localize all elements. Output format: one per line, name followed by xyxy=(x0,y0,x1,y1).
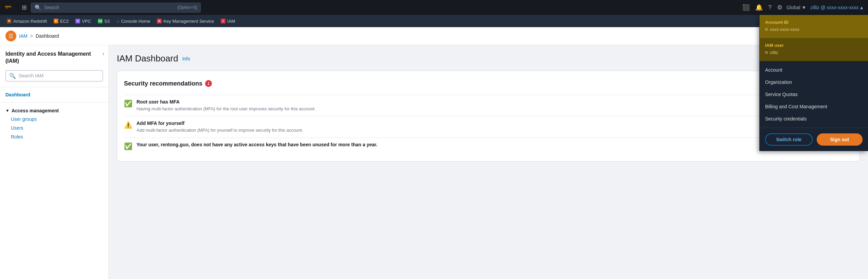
search-icon: 🔍 xyxy=(35,4,41,11)
info-link[interactable]: Info xyxy=(182,56,190,61)
bookmark-vpc-label: VPC xyxy=(82,19,91,24)
recommendation-mfa-root: ✅ Root user has MFA Having multi-factor … xyxy=(124,95,853,116)
search-shortcut: [Option+S] xyxy=(178,5,197,10)
s3-icon: S3 xyxy=(98,19,103,23)
dropdown-actions: Switch role Sign out xyxy=(760,128,868,151)
user-dropdown-icon: ▲ xyxy=(859,5,864,10)
switch-role-button[interactable]: Switch role xyxy=(765,133,813,146)
sidebar-search-container[interactable]: 🔍 xyxy=(5,70,103,81)
account-id-text: xxxx-xxxx-xxxx xyxy=(770,27,799,32)
sidebar-section-label: Access management xyxy=(12,108,59,113)
sidebar-item-users[interactable]: Users xyxy=(0,124,108,132)
sidebar-section-access-management[interactable]: ▼ Access management xyxy=(0,105,108,115)
rec-title-access-keys: Your user, rentong.guo, does not have an… xyxy=(137,142,853,147)
user-menu-trigger[interactable]: zilliz @ xxxx-xxxx-xxxx ▲ xyxy=(810,5,864,10)
hamburger-button[interactable]: ☰ xyxy=(5,31,16,41)
account-id-label: Account ID xyxy=(765,20,863,25)
ec2-icon: E xyxy=(54,19,58,23)
user-label: zilliz @ xxxx-xxxx-xxxx xyxy=(810,5,858,10)
sidebar-item-user-groups[interactable]: User groups xyxy=(0,115,108,124)
bookmark-iam-label: IAM xyxy=(227,19,235,24)
sidebar-collapse-button[interactable]: ‹ xyxy=(103,51,104,57)
rec-title-mfa-root: Root user has MFA xyxy=(137,99,853,105)
breadcrumb-service-link[interactable]: IAM xyxy=(19,33,28,39)
bookmark-s3-label: S3 xyxy=(104,19,110,24)
page-title: IAM Dashboard xyxy=(117,53,178,64)
rec-title-add-mfa: Add MFA for yourself xyxy=(137,120,816,126)
bookmark-redshift-label: Amazon Redshift xyxy=(13,19,47,24)
settings-icon[interactable]: ⚙ xyxy=(777,4,782,11)
bookmark-redshift[interactable]: R Amazon Redshift xyxy=(4,17,50,25)
bookmark-console-label: Console Home xyxy=(121,19,150,24)
region-label: Global xyxy=(786,5,800,10)
card-title: Security recommendations 1 xyxy=(124,80,212,87)
card-header: Security recommendations 1 ↻ xyxy=(124,78,853,89)
rec-desc-mfa-root: Having multi-factor authentication (MFA)… xyxy=(137,106,853,112)
sidebar-search-icon: 🔍 xyxy=(9,73,16,79)
dropdown-menu-items: Account Organization Service Quotas Bill… xyxy=(760,61,868,128)
page-header: IAM Dashboard Info xyxy=(117,53,860,64)
rec-content-add-mfa: Add MFA for yourself Add multi-factor au… xyxy=(137,120,816,133)
sign-out-button[interactable]: Sign out xyxy=(817,133,863,146)
warning-icon-add-mfa: ⚠️ xyxy=(124,121,132,129)
breadcrumb: ☰ IAM > Dashboard xyxy=(0,27,868,45)
user-dropdown-menu: Account ID ⧉ xxxx-xxxx-xxxx IAM user ⧉ z… xyxy=(759,15,868,151)
account-id-value[interactable]: ⧉ xxxx-xxxx-xxxx xyxy=(765,27,863,32)
sidebar-item-dashboard[interactable]: Dashboard xyxy=(0,90,108,99)
recommendation-access-keys: ✅ Your user, rentong.guo, does not have … xyxy=(124,137,853,154)
region-selector[interactable]: Global ▼ xyxy=(786,5,806,10)
region-dropdown-icon: ▼ xyxy=(802,5,807,10)
top-navigation: aws ⊞ 🔍 [Option+S] ⬛ 🔔 ? ⚙ Global ▼ zill… xyxy=(0,0,868,15)
svg-text:aws: aws xyxy=(5,4,11,8)
sidebar: ‹ Identity and Access Management (IAM) 🔍… xyxy=(0,45,109,279)
dropdown-account-section: Account ID ⧉ xxxx-xxxx-xxxx xyxy=(760,15,868,38)
global-search-input[interactable] xyxy=(44,5,175,10)
dropdown-item-billing[interactable]: Billing and Cost Management xyxy=(760,100,868,113)
vpc-icon: V xyxy=(75,19,80,23)
console-icon: ⌂ xyxy=(116,18,119,24)
dropdown-item-service-quotas[interactable]: Service Quotas xyxy=(760,88,868,100)
kms-icon: K xyxy=(157,19,162,23)
sidebar-divider-top xyxy=(0,87,108,87)
success-icon-access-keys: ✅ xyxy=(124,142,132,150)
dropdown-item-account[interactable]: Account xyxy=(760,64,868,76)
iam-user-label: IAM user xyxy=(765,43,863,48)
bell-icon[interactable]: 🔔 xyxy=(755,4,763,11)
terminal-icon[interactable]: ⬛ xyxy=(742,4,750,11)
bookmark-iam[interactable]: I IAM xyxy=(218,17,238,25)
bookmark-console[interactable]: ⌂ Console Home xyxy=(114,17,153,25)
section-arrow-icon: ▼ xyxy=(5,108,10,113)
recommendation-add-mfa: ⚠️ Add MFA for yourself Add multi-factor… xyxy=(124,116,853,137)
copy-icon-iam: ⧉ xyxy=(765,50,768,55)
main-layout: ‹ Identity and Access Management (IAM) 🔍… xyxy=(0,45,868,279)
copy-icon-account: ⧉ xyxy=(765,27,768,32)
bookmark-kms[interactable]: K Key Management Service xyxy=(154,17,217,25)
bookmark-s3[interactable]: S3 S3 xyxy=(95,17,112,25)
dropdown-item-security-credentials[interactable]: Security credentials xyxy=(760,113,868,125)
help-icon[interactable]: ? xyxy=(768,4,772,11)
bookmarks-bar: R Amazon Redshift E EC2 V VPC S3 S3 ⌂ Co… xyxy=(0,15,868,27)
sidebar-title: Identity and Access Management (IAM) xyxy=(0,51,108,70)
recommendations-badge: 1 xyxy=(205,80,212,87)
redshift-icon: R xyxy=(7,19,12,23)
rec-desc-add-mfa: Add multi-factor authentication (MFA) fo… xyxy=(137,127,816,133)
iam-user-text: zilliz xyxy=(770,50,778,55)
security-recommendations-card: Security recommendations 1 ↻ ✅ Root user… xyxy=(117,71,860,162)
bookmark-ec2[interactable]: E EC2 xyxy=(51,17,71,25)
breadcrumb-separator: > xyxy=(30,33,33,39)
breadcrumb-current: Dashboard xyxy=(36,33,59,39)
dropdown-item-organization[interactable]: Organization xyxy=(760,76,868,88)
content-area: IAM Dashboard Info Security recommendati… xyxy=(109,45,868,279)
sidebar-search-input[interactable] xyxy=(19,73,99,78)
sidebar-item-roles[interactable]: Roles xyxy=(0,132,108,141)
bookmark-vpc[interactable]: V VPC xyxy=(73,17,94,25)
bookmark-kms-label: Key Management Service xyxy=(163,19,214,24)
iam-user-value[interactable]: ⧉ zilliz xyxy=(765,50,863,55)
nav-icons: ⬛ 🔔 ? ⚙ xyxy=(742,4,782,11)
dropdown-iam-section: IAM user ⧉ zilliz xyxy=(760,38,868,61)
success-icon-mfa-root: ✅ xyxy=(124,99,132,108)
aws-logo[interactable]: aws xyxy=(4,4,16,11)
grid-menu-icon[interactable]: ⊞ xyxy=(22,4,27,11)
rec-content-mfa-root: Root user has MFA Having multi-factor au… xyxy=(137,99,853,112)
global-search-bar[interactable]: 🔍 [Option+S] xyxy=(31,3,201,13)
